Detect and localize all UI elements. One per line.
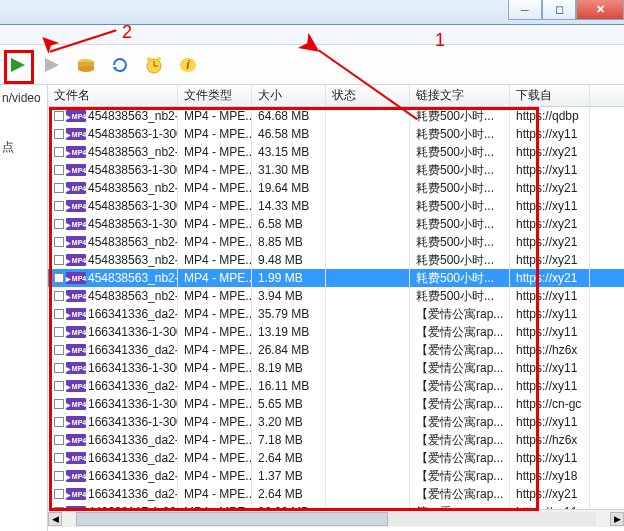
cell-status bbox=[326, 197, 410, 215]
row-checkbox[interactable] bbox=[54, 201, 64, 211]
minimize-button[interactable]: ─ bbox=[508, 0, 542, 20]
row-checkbox[interactable] bbox=[54, 129, 64, 139]
row-checkbox[interactable] bbox=[54, 165, 64, 175]
svg-marker-0 bbox=[11, 58, 25, 72]
mp4-icon: MP4 bbox=[66, 362, 86, 374]
row-checkbox[interactable] bbox=[54, 327, 64, 337]
row-checkbox[interactable] bbox=[54, 399, 64, 409]
table-row[interactable]: MP4454838563_nb2-1-3...MP4 - MPE...8.85 … bbox=[48, 233, 624, 251]
row-checkbox[interactable] bbox=[54, 183, 64, 193]
row-checkbox[interactable] bbox=[54, 237, 64, 247]
table-row[interactable]: MP4166341336_da2-1-3...MP4 - MPE...2.64 … bbox=[48, 449, 624, 467]
info-icon[interactable]: i bbox=[176, 53, 200, 77]
table-row[interactable]: MP4166341336-1-30011...MP4 - MPE...3.20 … bbox=[48, 413, 624, 431]
cell-size: 64.68 MB bbox=[252, 107, 326, 125]
row-checkbox[interactable] bbox=[54, 309, 64, 319]
table-row[interactable]: MP4454838563_nb2-1-3...MP4 - MPE...9.48 … bbox=[48, 251, 624, 269]
col-link[interactable]: 链接文字 bbox=[410, 85, 510, 106]
row-checkbox[interactable] bbox=[54, 291, 64, 301]
table-row[interactable]: MP4166341336-1-30066...MP4 - MPE...8.19 … bbox=[48, 359, 624, 377]
cell-type: MP4 - MPE... bbox=[178, 125, 252, 143]
row-checkbox[interactable] bbox=[54, 345, 64, 355]
cell-type: MP4 - MPE... bbox=[178, 395, 252, 413]
cell-status bbox=[326, 269, 410, 287]
row-checkbox[interactable] bbox=[54, 489, 64, 499]
cell-link: 【爱情公寓rap... bbox=[410, 395, 510, 413]
cell-type: MP4 - MPE... bbox=[178, 503, 252, 509]
scroll-left-icon[interactable]: ◀ bbox=[48, 512, 62, 526]
table-row[interactable]: MP4454838563-1-30066...MP4 - MPE...31.30… bbox=[48, 161, 624, 179]
cell-name: 454838563-1-30033... bbox=[88, 199, 178, 213]
row-checkbox[interactable] bbox=[54, 507, 64, 509]
table-row[interactable]: MP4454838563_nb2-1-3...MP4 - MPE...64.68… bbox=[48, 107, 624, 125]
cell-size: 3.20 MB bbox=[252, 413, 326, 431]
table-row[interactable]: MP4440693117-1-30080...MP4 - MPE...36.90… bbox=[48, 503, 624, 509]
disk-icon[interactable] bbox=[74, 53, 98, 77]
col-download[interactable]: 下载自 bbox=[510, 85, 590, 106]
refresh-icon[interactable] bbox=[108, 53, 132, 77]
table-row[interactable]: MP4454838563-1-30077...MP4 - MPE...46.58… bbox=[48, 125, 624, 143]
table-row[interactable]: MP4454838563_nb2-1-3...MP4 - MPE...19.64… bbox=[48, 179, 624, 197]
cell-link: 耗费500小时... bbox=[410, 125, 510, 143]
table-row[interactable]: MP4166341336_da2-1-3...MP4 - MPE...16.11… bbox=[48, 377, 624, 395]
row-checkbox[interactable] bbox=[54, 255, 64, 265]
cell-link: 耗费500小时... bbox=[410, 287, 510, 305]
cell-status bbox=[326, 485, 410, 503]
cell-size: 6.58 MB bbox=[252, 215, 326, 233]
cell-name: 454838563-1-30077... bbox=[88, 127, 178, 141]
table-row[interactable]: MP4454838563_nb2-1-3...MP4 - MPE...3.94 … bbox=[48, 287, 624, 305]
table-row[interactable]: MP4166341336_da2-1-3...MP4 - MPE...35.79… bbox=[48, 305, 624, 323]
table-row[interactable]: MP4166341336_da2-1-3...MP4 - MPE...26.84… bbox=[48, 341, 624, 359]
cell-size: 14.33 MB bbox=[252, 197, 326, 215]
table-row[interactable]: MP4454838563_nb2-1-3...MP4 - MPE...1.99 … bbox=[48, 269, 624, 287]
table-row[interactable]: MP4454838563-1-30033...MP4 - MPE...14.33… bbox=[48, 197, 624, 215]
row-checkbox[interactable] bbox=[54, 453, 64, 463]
mp4-icon: MP4 bbox=[66, 344, 86, 356]
cell-download: https://xy21 bbox=[510, 485, 590, 503]
row-checkbox[interactable] bbox=[54, 147, 64, 157]
table-row[interactable]: MP4166341336-1-30077...MP4 - MPE...13.19… bbox=[48, 323, 624, 341]
cell-size: 1.99 MB bbox=[252, 269, 326, 287]
mp4-icon: MP4 bbox=[66, 380, 86, 392]
row-checkbox[interactable] bbox=[54, 435, 64, 445]
col-status[interactable]: 状态 bbox=[326, 85, 410, 106]
scroll-thumb[interactable] bbox=[76, 512, 388, 526]
table-row[interactable]: MP4166341336_da2-1-3...MP4 - MPE...2.64 … bbox=[48, 485, 624, 503]
row-checkbox[interactable] bbox=[54, 219, 64, 229]
table-row[interactable]: MP4166341336_da2-1-3...MP4 - MPE...1.37 … bbox=[48, 467, 624, 485]
cell-size: 46.58 MB bbox=[252, 125, 326, 143]
table-row[interactable]: MP4454838563-1-30011...MP4 - MPE...6.58 … bbox=[48, 215, 624, 233]
clock-icon[interactable] bbox=[142, 53, 166, 77]
cell-status bbox=[326, 431, 410, 449]
table-row[interactable]: MP4166341336-1-30033...MP4 - MPE...5.65 … bbox=[48, 395, 624, 413]
sidebar-item-video[interactable]: n/video bbox=[2, 89, 45, 107]
row-checkbox[interactable] bbox=[54, 363, 64, 373]
maximize-button[interactable]: ◻ bbox=[542, 0, 576, 20]
row-checkbox[interactable] bbox=[54, 273, 64, 283]
scroll-track[interactable] bbox=[76, 512, 596, 526]
horizontal-scrollbar[interactable]: ◀ ▶ bbox=[48, 509, 624, 527]
col-size[interactable]: 大小 bbox=[252, 85, 326, 106]
col-type[interactable]: 文件类型 bbox=[178, 85, 252, 106]
sidebar-item-dian[interactable]: 点 bbox=[2, 137, 45, 158]
row-checkbox[interactable] bbox=[54, 111, 64, 121]
scroll-right-icon[interactable]: ▶ bbox=[610, 512, 624, 526]
table-row[interactable]: MP4454838563_nb2-1-3...MP4 - MPE...43.15… bbox=[48, 143, 624, 161]
row-checkbox[interactable] bbox=[54, 471, 64, 481]
cell-size: 43.15 MB bbox=[252, 143, 326, 161]
row-checkbox[interactable] bbox=[54, 381, 64, 391]
cell-status bbox=[326, 377, 410, 395]
cell-download: https://xy11 bbox=[510, 323, 590, 341]
cell-name: 454838563_nb2-1-3... bbox=[88, 289, 178, 303]
col-name[interactable]: 文件名 bbox=[48, 85, 178, 106]
close-button[interactable]: ✕ bbox=[576, 0, 624, 20]
table-row[interactable]: MP4166341336_da2-1-3...MP4 - MPE...7.18 … bbox=[48, 431, 624, 449]
table-body[interactable]: MP4454838563_nb2-1-3...MP4 - MPE...64.68… bbox=[48, 107, 624, 509]
row-checkbox[interactable] bbox=[54, 417, 64, 427]
play-gray-button[interactable] bbox=[40, 53, 64, 77]
cell-name: 454838563_nb2-1-3... bbox=[88, 271, 178, 285]
cell-link: 耗费500小时... bbox=[410, 161, 510, 179]
play-green-button[interactable] bbox=[6, 53, 30, 77]
cell-download: https://xy21 bbox=[510, 251, 590, 269]
cell-size: 2.64 MB bbox=[252, 449, 326, 467]
